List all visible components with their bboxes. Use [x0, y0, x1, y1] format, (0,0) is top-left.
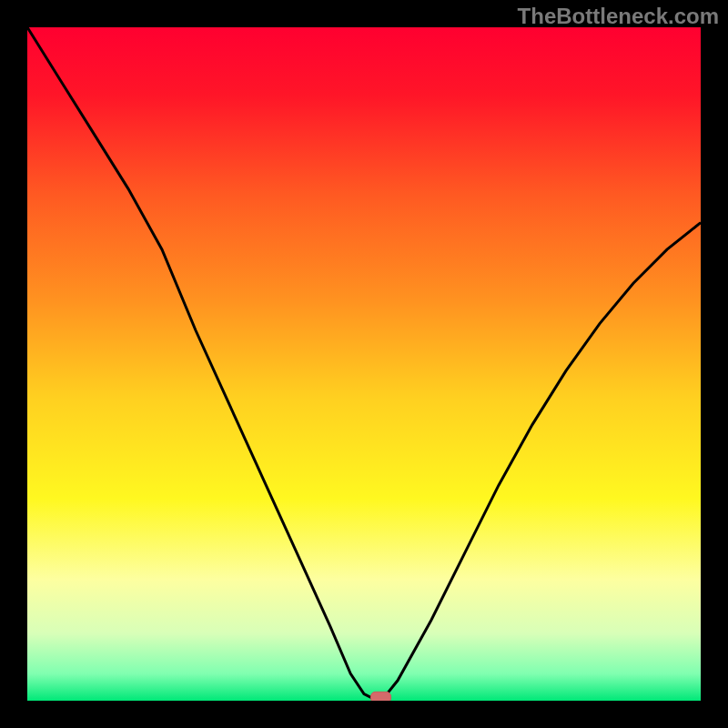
gradient-background: [27, 27, 701, 701]
optimal-marker: [371, 692, 391, 701]
chart-frame: TheBottleneck.com: [0, 0, 728, 728]
watermark-text: TheBottleneck.com: [518, 4, 719, 29]
plot-area: [27, 27, 701, 701]
chart-svg: [27, 27, 701, 701]
